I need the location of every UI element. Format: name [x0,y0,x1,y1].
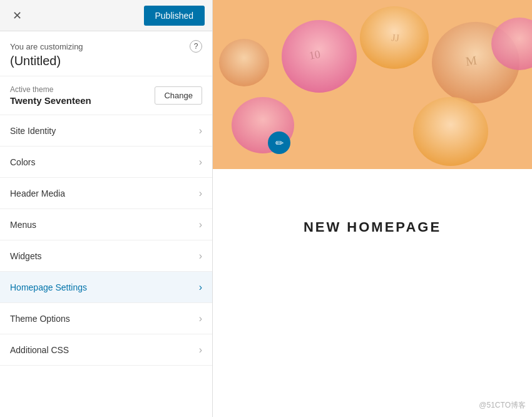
menu-item-header-media[interactable]: Header Media› [0,178,212,209]
left-panel: ✕ Published You are customizing ? (Untit… [0,0,213,417]
chevron-icon-widgets: › [199,250,202,262]
pencil-icon: ✏ [275,137,284,149]
menu-list: Site Identity›Colors›Header Media›Menus›… [0,115,212,417]
svg-text:M: M [464,53,478,68]
chevron-icon-homepage-settings: › [199,282,202,293]
change-theme-button[interactable]: Change [155,86,202,105]
chevron-icon-colors: › [199,157,202,168]
theme-name: Twenty Seventeen [10,95,91,106]
right-panel: 10 JJ M ✏ NEW HOMEPAGE @51CTO博客 [213,0,532,417]
site-title: (Untitled) [10,54,202,68]
chevron-icon-additional-css: › [199,344,202,356]
customizing-section: You are customizing ? (Untitled) [0,31,212,76]
theme-info: Active theme Twenty Seventeen [10,85,91,106]
menu-item-label-additional-css: Additional CSS [10,345,69,355]
active-theme-section: Active theme Twenty Seventeen Change [0,76,212,115]
svg-point-5 [413,97,488,166]
theme-label: Active theme [10,85,91,94]
menu-item-label-homepage-settings: Homepage Settings [10,282,87,292]
chevron-icon-menus: › [199,219,202,230]
menu-item-label-header-media: Header Media [10,188,65,198]
menu-item-theme-options[interactable]: Theme Options› [0,303,212,334]
homepage-heading: NEW HOMEPAGE [304,219,441,235]
top-bar: ✕ Published [0,0,212,31]
svg-text:JJ: JJ [391,32,400,43]
menu-item-label-theme-options: Theme Options [10,314,70,324]
menu-item-label-colors: Colors [10,157,35,167]
chevron-icon-site-identity: › [199,125,202,136]
svg-point-7 [219,39,269,86]
menu-item-homepage-settings[interactable]: Homepage Settings› [0,272,212,303]
chevron-icon-header-media: › [199,188,202,199]
menu-item-site-identity[interactable]: Site Identity› [0,115,212,147]
customizing-label: You are customizing [10,42,83,51]
menu-item-widgets[interactable]: Widgets› [0,240,212,272]
preview-content: NEW HOMEPAGE [213,169,532,286]
published-button[interactable]: Published [144,6,205,26]
chevron-icon-theme-options: › [199,313,202,324]
menu-item-label-widgets: Widgets [10,251,42,261]
menu-item-menus[interactable]: Menus› [0,209,212,240]
hero-image: 10 JJ M ✏ [213,0,532,169]
menu-item-label-site-identity: Site Identity [10,126,56,136]
menu-item-label-menus: Menus [10,220,36,230]
menu-item-colors[interactable]: Colors› [0,147,212,178]
close-button[interactable]: ✕ [8,6,26,25]
watermark: @51CTO博客 [479,400,526,411]
hero-svg: 10 JJ M [213,0,532,169]
menu-item-additional-css[interactable]: Additional CSS› [0,334,212,366]
svg-text:10: 10 [308,48,321,62]
edit-preview-button[interactable]: ✏ [268,131,290,154]
help-icon[interactable]: ? [190,40,202,53]
